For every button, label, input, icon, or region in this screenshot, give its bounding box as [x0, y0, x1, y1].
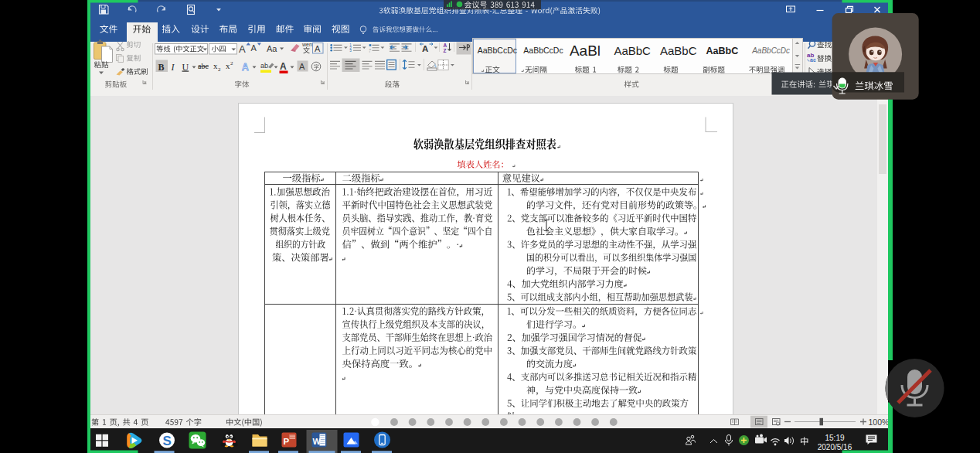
svg-text:ab: ab	[260, 62, 268, 70]
svg-text:AaBbC: AaBbC	[614, 44, 651, 57]
svg-text:A: A	[280, 61, 287, 72]
svg-text:A: A	[251, 43, 257, 53]
svg-text:2: 2	[230, 60, 233, 66]
svg-text:AaBbCcDc: AaBbCcDc	[751, 46, 790, 55]
svg-text:AaBl: AaBl	[570, 43, 601, 59]
svg-text:A: A	[239, 43, 246, 55]
svg-text:abc: abc	[198, 62, 209, 70]
svg-text:Z: Z	[444, 48, 447, 53]
svg-text:A: A	[242, 62, 249, 73]
svg-text:B: B	[158, 62, 165, 73]
svg-text:A: A	[315, 44, 321, 53]
svg-text:AaBbC: AaBbC	[706, 46, 739, 56]
svg-text:2: 2	[218, 66, 221, 73]
svg-text:AaBbCcDc: AaBbCcDc	[523, 46, 563, 55]
svg-text:A: A	[422, 44, 428, 53]
svg-text:ac: ac	[810, 57, 816, 63]
svg-text:A: A	[444, 43, 447, 48]
svg-text:P: P	[284, 437, 290, 446]
svg-text:3: 3	[349, 49, 352, 53]
svg-text:W: W	[313, 437, 322, 446]
svg-text:i: i	[369, 49, 370, 53]
svg-text:S: S	[163, 434, 172, 448]
svg-text:A: A	[299, 62, 305, 71]
svg-text:U: U	[182, 62, 189, 73]
svg-text:AaBbC: AaBbC	[660, 44, 697, 57]
svg-text:100%: 100%	[869, 417, 890, 427]
svg-text:AaBbCcDc: AaBbCcDc	[478, 46, 517, 55]
svg-text:15:19: 15:19	[825, 434, 844, 442]
svg-text:I: I	[171, 62, 175, 73]
svg-text:Aa: Aa	[267, 44, 277, 53]
svg-text:wen: wen	[301, 42, 312, 47]
svg-text:2020/5/16: 2020/5/16	[818, 443, 852, 451]
